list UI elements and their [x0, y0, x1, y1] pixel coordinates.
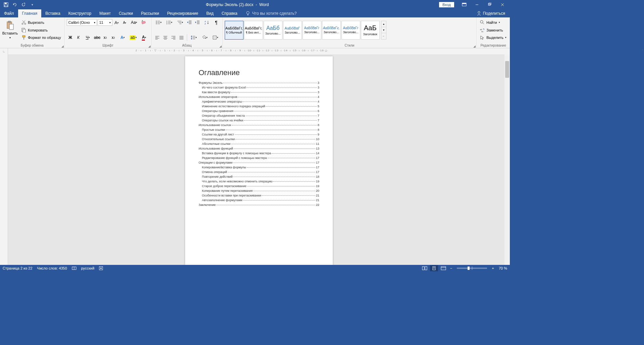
toc-entry[interactable]: Абсолютные ссылки11 — [199, 142, 319, 146]
toc-entry[interactable]: Операторы сравнения6 — [199, 109, 319, 113]
underline-button[interactable]: Ч▾ — [83, 34, 93, 41]
superscript-button[interactable]: x2 — [110, 34, 117, 41]
clear-formatting-button[interactable]: A — [140, 19, 147, 26]
paste-button[interactable]: Вставить ▾ — [2, 19, 18, 41]
web-layout-button[interactable] — [439, 265, 447, 271]
toc-entry[interactable]: Как ввести формулу3 — [199, 91, 319, 94]
spellcheck-indicator[interactable] — [72, 266, 76, 270]
redo-button[interactable] — [20, 1, 27, 8]
toc-entry[interactable]: Простые ссылки8 — [199, 128, 319, 131]
font-color-button[interactable]: A▾ — [139, 34, 149, 41]
horizontal-ruler[interactable]: ∟ 2 · ı · 1 · ı · ▽ · ı · 1 · ı · 2 · ı … — [0, 48, 510, 54]
toc-entry[interactable]: Использование ссылок8 — [199, 123, 319, 127]
align-center-button[interactable] — [162, 34, 169, 41]
font-name-select[interactable]: Calibri (Осно▾ — [67, 19, 97, 26]
text-effects-button[interactable]: A▾ — [118, 34, 128, 41]
style-heading2[interactable]: АаБбВвГЗаголово... — [283, 21, 302, 40]
toc-entry[interactable]: Старое доброе перетаскивание19 — [199, 184, 319, 188]
read-mode-button[interactable] — [421, 265, 429, 271]
zoom-level[interactable]: 70 % — [499, 266, 507, 270]
tab-references[interactable]: Ссылки — [115, 9, 137, 17]
align-right-button[interactable] — [170, 34, 177, 41]
change-case-button[interactable]: Aa▾ — [129, 19, 139, 26]
tab-help[interactable]: Справка — [218, 9, 241, 17]
toc-entry[interactable]: Заключение22 — [199, 203, 319, 207]
toc-entry[interactable]: Относительные ссылки10 — [199, 137, 319, 141]
login-button[interactable]: Вход — [439, 2, 454, 7]
toc-entry[interactable]: Операторы ссылок на ячейки7 — [199, 119, 319, 122]
toc-entry[interactable]: Операции с формулами17 — [199, 161, 319, 164]
display-options-button[interactable] — [458, 0, 470, 9]
style-title[interactable]: АаБЗаголовок — [361, 21, 380, 40]
toc-entry[interactable]: Повторение действий18 — [199, 175, 319, 178]
tab-selector[interactable]: ∟ — [0, 48, 8, 54]
style-no-spacing[interactable]: АаБбВвГг,¶ Без инт... — [244, 21, 263, 40]
save-button[interactable] — [3, 1, 9, 8]
toc-entry[interactable]: Редактирование функций с помощью мастера… — [199, 156, 319, 160]
style-heading3[interactable]: АаБбВвГгЗаголово... — [303, 21, 321, 40]
tab-view[interactable]: Вид — [202, 9, 218, 17]
shading-button[interactable]: ▾ — [200, 34, 210, 41]
toc-entry[interactable]: Из чего состоит формула Excel3 — [199, 86, 319, 89]
show-marks-button[interactable]: ¶ — [213, 19, 220, 26]
vertical-ruler[interactable] — [0, 54, 8, 265]
copy-button[interactable]: Копировать — [20, 26, 62, 34]
font-launcher[interactable]: ◢ — [148, 45, 151, 48]
toc-entry[interactable]: Отмена операций17 — [199, 170, 319, 174]
toc-entry[interactable]: Копирование путем перетаскивания20 — [199, 189, 319, 192]
document-page[interactable]: Оглавление Формулы Эксель3Из чего состои… — [185, 56, 333, 265]
replace-button[interactable]: abacЗаменить — [479, 26, 508, 34]
clipboard-launcher[interactable]: ◢ — [61, 45, 64, 48]
find-button[interactable]: Найти ▾ — [479, 19, 508, 26]
tab-home[interactable]: Главная — [18, 9, 42, 17]
print-layout-button[interactable] — [430, 265, 438, 271]
toc-entry[interactable]: Автозаполнение формулами21 — [199, 198, 319, 202]
tab-mailings[interactable]: Рассылки — [137, 9, 163, 17]
bold-button[interactable]: Ж — [67, 34, 74, 41]
tab-insert[interactable]: Вставка — [41, 9, 64, 17]
toc-entry[interactable]: Особенности вставки при перетаскивании21 — [199, 194, 319, 197]
tell-me-search[interactable]: Что вы хотите сделать? — [241, 9, 301, 17]
toc-entry[interactable]: Вставка функции в формулу с помощью маст… — [199, 152, 319, 155]
align-left-button[interactable] — [154, 34, 161, 41]
close-button[interactable] — [496, 0, 508, 9]
sort-button[interactable]: AZ — [202, 19, 212, 26]
toc-entry[interactable]: Копирование/вставка формулы17 — [199, 166, 319, 169]
font-size-select[interactable]: 11▾ — [98, 19, 112, 26]
select-button[interactable]: Выделить ▾ — [479, 34, 508, 41]
multilevel-button[interactable]: ▾ — [175, 19, 185, 26]
undo-button[interactable] — [11, 1, 18, 8]
page-indicator[interactable]: Страница 2 из 22 — [3, 266, 33, 270]
scrollbar-thumb[interactable] — [505, 61, 509, 78]
share-button[interactable]: Поделиться — [472, 9, 510, 17]
minimize-button[interactable] — [471, 0, 483, 9]
toc-entry[interactable]: Формулы Эксель3 — [199, 81, 319, 84]
zoom-in-button[interactable]: + — [490, 266, 495, 270]
paragraph-launcher[interactable]: ◢ — [219, 45, 222, 48]
style-normal[interactable]: АаБбВвГг,¶ Обычный — [225, 21, 244, 40]
toc-entry[interactable]: Использование операторов4 — [199, 95, 319, 99]
subscript-button[interactable]: x2 — [102, 34, 109, 41]
style-heading5[interactable]: АаБбВвГгЗаголово... — [341, 21, 360, 40]
cut-button[interactable]: Вырезать — [20, 19, 62, 26]
shrink-font-button[interactable]: A▾ — [121, 19, 128, 26]
zoom-out-button[interactable]: − — [449, 266, 453, 270]
qat-customize[interactable]: ▾ — [29, 1, 36, 8]
macro-indicator[interactable] — [99, 266, 103, 270]
italic-button[interactable]: К — [75, 34, 82, 41]
toc-entry[interactable]: Арифметические операторы4 — [199, 100, 319, 103]
word-count[interactable]: Число слов: 4350 — [37, 266, 67, 270]
format-painter-button[interactable]: Формат по образцу — [20, 34, 62, 41]
maximize-button[interactable] — [484, 0, 496, 9]
grow-font-button[interactable]: A▴ — [113, 19, 120, 26]
zoom-slider[interactable] — [457, 268, 487, 269]
toc-entry[interactable]: Использование функций13 — [199, 147, 319, 150]
vertical-scrollbar[interactable] — [504, 54, 510, 265]
justify-button[interactable] — [178, 34, 185, 41]
toc-entry[interactable]: Оператор объединения текста7 — [199, 114, 319, 117]
toc-entry[interactable]: Что делать, если невозможно отменить опе… — [199, 180, 319, 183]
numbering-button[interactable]: 123▾ — [164, 19, 174, 26]
line-spacing-button[interactable]: ▾ — [189, 34, 199, 41]
tab-design[interactable]: Конструктор — [64, 9, 95, 17]
toc-entry[interactable]: Ссылки на другой лист9 — [199, 133, 319, 136]
